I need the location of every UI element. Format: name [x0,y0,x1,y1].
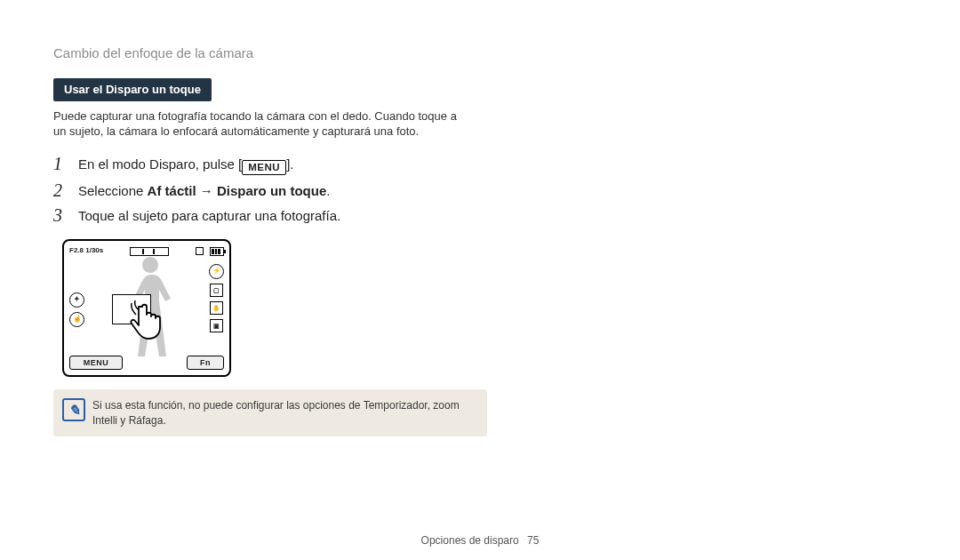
menu-key-chip: MENU [242,160,286,175]
flash-icon: ⚡ [209,264,224,279]
step-3-text: Toque al sujeto para capturar una fotogr… [78,208,340,223]
lcd-top-right [196,247,224,256]
lcd-soft-buttons: MENU Fn [69,356,224,370]
lcd-exposure-readout: F2.8 1/30s [69,246,103,256]
metering-icon: ▣ [210,319,223,332]
arrow-icon: → [196,183,217,198]
step-2-text-b: . [326,183,330,198]
step-list: En el modo Disparo, pulse [MENU]. Selecc… [53,152,471,229]
memory-card-icon [196,247,204,255]
lcd-fn-button: Fn [187,356,224,370]
content-column: Usar el Disparo un toque Puede capturar … [53,78,471,436]
lcd-right-icons: ⚡ ▢ ✋ ▣ [209,264,224,332]
footer-section-name: Opciones de disparo [421,534,519,547]
battery-icon [210,247,224,256]
step-2-bold-a: Af táctil [148,183,196,198]
lcd-menu-button: MENU [69,356,123,370]
touch-shot-icon: ☝ [69,312,84,327]
step-1: En el modo Disparo, pulse [MENU]. [53,152,471,179]
step-2: Seleccione Af táctil → Disparo un toque. [53,179,471,204]
note-text: Si usa esta función, no puede configurar… [92,399,460,426]
image-size-icon: ▢ [210,284,223,297]
step-1-text-a: En el modo Disparo, pulse [ [78,156,242,172]
page-footer: Opciones de disparo 75 [0,533,960,548]
footer-page-number: 75 [527,534,539,547]
section-heading-chip: Usar el Disparo un toque [53,78,212,101]
step-3: Toque al sujeto para capturar una fotogr… [53,204,471,228]
note-box: ✎ Si usa esta función, no puede configur… [53,389,487,436]
mode-icon: ✦ [69,292,84,308]
running-head: Cambio del enfoque de la cámara [53,44,907,62]
step-2-bold-b: Disparo un toque [217,183,326,198]
manual-page: Cambio del enfoque de la cámara Usar el … [0,0,960,560]
camera-lcd-illustration: F2.8 1/30s ✦ ☝ ⚡ ▢ ✋ ▣ [62,239,231,377]
step-1-text-b: ]. [286,156,293,172]
section-intro: Puede capturar una fotografía tocando la… [53,108,471,140]
note-icon: ✎ [62,398,85,421]
step-2-text-a: Seleccione [78,183,148,198]
lcd-left-icons: ✦ ☝ [69,292,84,327]
stabilizer-icon: ✋ [210,301,223,315]
tap-hand-icon [130,298,167,340]
